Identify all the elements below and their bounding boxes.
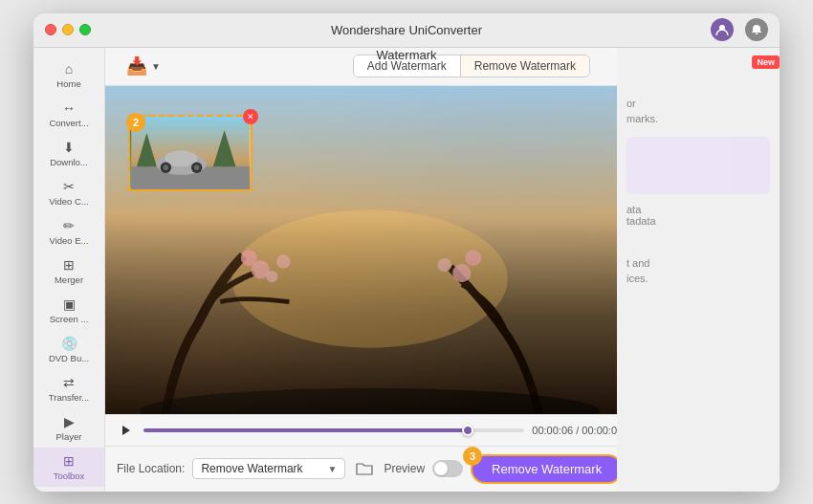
tab-group: Add Watermark Remove Watermark [353, 55, 590, 77]
sidebar-label-video-c: Video C... [49, 196, 89, 207]
thumbnail [130, 117, 251, 189]
sidebar-label-video-e: Video E... [49, 235, 88, 246]
thumbnail-image [130, 117, 251, 189]
svg-point-17 [164, 164, 169, 170]
bell-icon[interactable] [745, 18, 768, 41]
preview-toggle[interactable] [432, 460, 463, 477]
header-icons [711, 18, 768, 41]
video-e-icon: ✏ [63, 218, 75, 233]
user-icon[interactable] [711, 18, 734, 41]
right-app-content: ormarks. atatadata t andices. [617, 48, 780, 296]
sidebar-label-dvd: DVD Bu... [49, 353, 89, 363]
convert-icon: ↔ [62, 100, 76, 116]
badge-2: 2 [126, 113, 145, 132]
sidebar-item-video-compress[interactable]: ✂ Video C... [33, 173, 104, 212]
sidebar-label-toolbox: Toolbox [54, 471, 85, 481]
sidebar-item-merger[interactable]: ⊞ Merger [33, 252, 104, 291]
sidebar-label-screen: Screen ... [50, 314, 89, 324]
remove-watermark-button[interactable]: Remove Watermark [471, 454, 617, 484]
video-panel: 2 [105, 86, 617, 492]
selection-box[interactable]: ✕ [128, 115, 253, 191]
file-location-value: Remove Watermark [201, 462, 323, 475]
dvd-icon: 💿 [61, 336, 77, 351]
svg-point-9 [465, 250, 481, 266]
preview-label: Preview [384, 462, 425, 475]
total-time: 00:00:06 [582, 425, 617, 436]
sidebar-label-merger: Merger [55, 274, 83, 285]
sidebar-item-convert[interactable]: ↔ Convert... [33, 95, 104, 134]
svg-point-7 [452, 263, 471, 281]
video-area: 2 [105, 86, 617, 414]
time-separator: / [576, 425, 579, 436]
toolbox-icon: ⊞ [63, 453, 75, 469]
sidebar-item-screen[interactable]: ▣ Screen ... [33, 291, 104, 330]
svg-point-8 [438, 257, 451, 271]
right-app-card-1 [626, 137, 770, 194]
sidebar-item-dvd[interactable]: 💿 DVD Bu... [33, 330, 104, 369]
main-layout: ⌂ Home ↔ Convert... ⬇ Downlo... ✂ Video … [33, 48, 780, 492]
timeline-track[interactable] [143, 428, 524, 432]
sidebar-item-video-edit[interactable]: ✏ Video E... [33, 212, 104, 252]
sidebar: ⌂ Home ↔ Convert... ⬇ Downlo... ✂ Video … [33, 48, 105, 492]
file-location-select[interactable]: Remove Watermark ▼ [192, 458, 345, 479]
folder-button[interactable] [353, 457, 376, 480]
svg-point-4 [276, 254, 290, 268]
current-time: 00:00:06 [532, 425, 573, 436]
tab-add-watermark[interactable]: Add Watermark [354, 55, 461, 77]
video-c-icon: ✂ [63, 179, 75, 194]
sidebar-label-download: Downlo... [50, 157, 88, 167]
right-app-text-2: atatadata [626, 204, 770, 227]
content-area: 📥 ▼ Add Watermark Remove Watermark [105, 48, 617, 492]
svg-point-5 [241, 250, 257, 266]
import-button[interactable]: 📥 ▼ [121, 54, 166, 78]
right-app-text-1: ormarks. [626, 96, 770, 127]
sidebar-label-player: Player [56, 431, 82, 442]
body-split: 2 [105, 86, 617, 492]
sidebar-item-player[interactable]: ▶ Player [33, 408, 104, 448]
badge-3: 3 [463, 447, 482, 466]
svg-marker-23 [122, 426, 130, 435]
close-selection-button[interactable]: ✕ [243, 109, 258, 124]
right-app-area: New ormarks. atatadata t andices. [617, 48, 780, 492]
badge-3-wrapper: 3 Remove Watermark [471, 454, 617, 484]
minimize-button[interactable] [62, 24, 74, 35]
app-title: Wondershare UniConverter [331, 23, 482, 37]
playback-bar: 00:00:06 / 00:00:06 [105, 414, 617, 446]
sidebar-item-home[interactable]: ⌂ Home [33, 55, 104, 95]
app-window: Wondershare UniConverter Watermark ⌂ Hom… [33, 13, 780, 492]
maximize-button[interactable] [79, 24, 91, 35]
transfer-icon: ⇄ [63, 375, 75, 390]
sidebar-label-home: Home [56, 78, 80, 89]
play-button[interactable] [117, 421, 136, 440]
timeline-progress [143, 428, 468, 432]
file-location-label: File Location: [117, 462, 185, 475]
sidebar-item-toolbox[interactable]: ⊞ Toolbox [33, 448, 104, 487]
sub-header: 📥 ▼ Add Watermark Remove Watermark [105, 48, 617, 86]
time-display: 00:00:06 / 00:00:06 [532, 425, 617, 436]
timeline-thumb [462, 425, 473, 436]
dropdown-icon: ▼ [327, 464, 337, 474]
download-icon: ⬇ [63, 140, 75, 155]
merger-icon: ⊞ [63, 257, 75, 273]
traffic-lights [45, 24, 91, 35]
right-app-text-3: t andices. [626, 255, 770, 287]
timeline-row: 00:00:06 / 00:00:06 [117, 421, 617, 440]
screen-icon: ▣ [63, 296, 76, 312]
title-bar: Wondershare UniConverter [33, 13, 780, 48]
bottom-bar: File Location: Remove Watermark ▼ Previe… [105, 446, 617, 492]
svg-point-18 [194, 164, 200, 170]
home-icon: ⌂ [65, 61, 73, 77]
svg-point-6 [266, 271, 277, 282]
tab-remove-watermark[interactable]: Remove Watermark [461, 55, 589, 77]
player-icon: ▶ [64, 414, 75, 429]
sidebar-label-transfer: Transfer... [49, 392, 89, 403]
close-button[interactable] [45, 24, 56, 35]
sidebar-item-download[interactable]: ⬇ Downlo... [33, 134, 104, 173]
sidebar-item-transfer[interactable]: ⇄ Transfer... [33, 369, 104, 408]
sidebar-label-convert: Convert... [49, 118, 88, 128]
